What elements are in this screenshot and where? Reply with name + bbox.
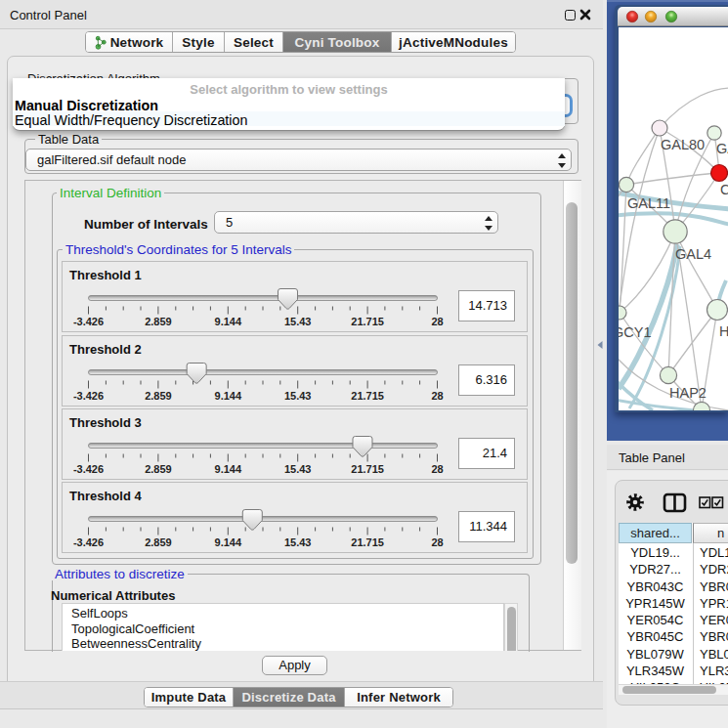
svg-text:28: 28: [431, 316, 443, 327]
svg-text:H: H: [719, 323, 728, 339]
svg-text:28: 28: [431, 536, 443, 548]
svg-text:2.859: 2.859: [145, 463, 172, 475]
svg-text:GCY1: GCY1: [619, 324, 652, 340]
svg-text:2.859: 2.859: [145, 390, 172, 402]
svg-text:15.43: 15.43: [284, 536, 312, 548]
svg-text:9.144: 9.144: [215, 536, 242, 548]
svg-text:GAL11: GAL11: [627, 195, 670, 211]
svg-text:21.715: 21.715: [351, 390, 384, 402]
svg-text:21.715: 21.715: [351, 316, 384, 327]
svg-text:9.144: 9.144: [215, 316, 242, 327]
svg-text:21.715: 21.715: [351, 463, 384, 475]
svg-text:15.43: 15.43: [284, 316, 312, 327]
svg-text:9.144: 9.144: [215, 463, 242, 475]
svg-text:21.715: 21.715: [351, 536, 384, 548]
svg-text:-3.426: -3.426: [73, 536, 104, 548]
svg-text:2.859: 2.859: [145, 316, 172, 327]
svg-text:28: 28: [431, 390, 443, 402]
svg-text:9.144: 9.144: [215, 390, 242, 402]
svg-text:GAL80: GAL80: [661, 137, 705, 152]
svg-text:-3.426: -3.426: [73, 463, 104, 475]
svg-text:-3.426: -3.426: [73, 316, 104, 327]
svg-text:15.43: 15.43: [284, 390, 312, 402]
svg-text:2.859: 2.859: [145, 536, 172, 548]
svg-text:-3.426: -3.426: [73, 390, 104, 402]
svg-text:GAL4: GAL4: [675, 246, 711, 262]
svg-text:28: 28: [431, 463, 443, 475]
svg-text:GA: GA: [716, 141, 728, 156]
svg-text:HAP2: HAP2: [669, 385, 707, 401]
svg-text:15.43: 15.43: [284, 463, 312, 475]
svg-text:C: C: [720, 182, 728, 197]
